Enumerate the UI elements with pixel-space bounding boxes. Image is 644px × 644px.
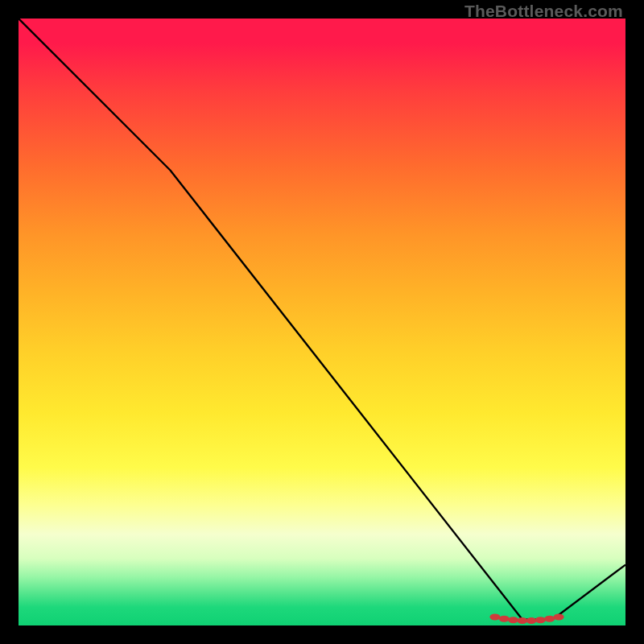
marker-dot bbox=[517, 617, 527, 624]
chart-svg bbox=[19, 19, 625, 625]
marker-dot bbox=[535, 617, 546, 623]
marker-dot bbox=[489, 613, 500, 620]
marker-dot bbox=[526, 617, 537, 624]
chart-frame: TheBottleneck.com bbox=[0, 0, 644, 644]
series-line bbox=[19, 19, 625, 620]
marker-dot bbox=[508, 617, 518, 623]
chart-series bbox=[19, 19, 625, 620]
watermark-text: TheBottleneck.com bbox=[464, 2, 623, 21]
marker-dot bbox=[544, 616, 555, 622]
chart-plot-area bbox=[19, 19, 625, 625]
marker-dot bbox=[554, 613, 564, 620]
marker-dot bbox=[499, 616, 510, 622]
